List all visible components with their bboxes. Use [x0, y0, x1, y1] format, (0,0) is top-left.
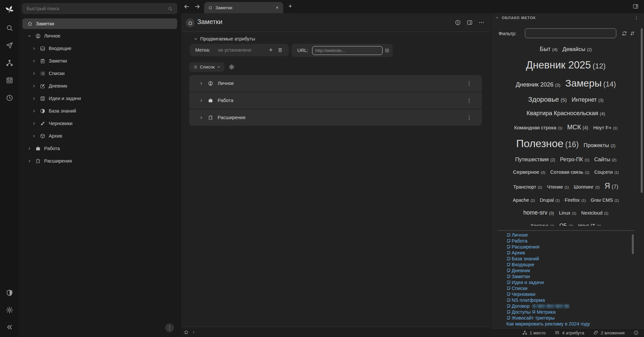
tag-Чтение[interactable]: Чтение(1) [547, 184, 569, 190]
tag-Ноут (Т[interactable]: Ноут (Т(1) [578, 223, 601, 226]
tree-item-База знаний[interactable]: База знаний [19, 105, 181, 117]
status-2 вложения[interactable]: 2 вложения [593, 330, 625, 335]
backlink-NS платформа[interactable]: NS платформа [506, 297, 634, 303]
note-icon-button[interactable] [186, 18, 195, 27]
recent-changes-icon[interactable] [6, 59, 13, 67]
tab-notes[interactable]: Заметки × [204, 2, 283, 13]
backlink-Черновики[interactable]: Черновики [506, 291, 634, 297]
tag-Полезное[interactable]: Полезное(16) [516, 138, 579, 150]
tag-Дневник 2026[interactable]: Дневник 2026(3) [516, 81, 560, 88]
tree-item-Расширения[interactable]: Расширения [19, 155, 181, 167]
chevron-right-icon[interactable] [199, 81, 203, 86]
tag-Серверное[interactable]: Серверное(2) [513, 169, 545, 175]
chevron-right-icon[interactable] [27, 146, 32, 151]
tag-Девайсы[interactable]: Девайсы(2) [562, 46, 592, 53]
label-field-value[interactable]: не установлено [218, 47, 269, 53]
tag-Квартира Красносельская[interactable]: Квартира Красносельская(4) [526, 110, 605, 117]
tag-Linux[interactable]: Linux(1) [559, 210, 576, 216]
split-view-icon[interactable] [467, 19, 473, 26]
new-tab-button[interactable]: + [288, 3, 292, 10]
backlink-Договор[interactable]: Договор [506, 303, 634, 309]
tag-Прожекты[interactable]: Прожекты(2) [584, 142, 616, 148]
tag-Nextcloud[interactable]: Nextcloud(1) [581, 210, 608, 216]
tag-Быт[interactable]: Быт(4) [540, 46, 557, 53]
tag-Drupal[interactable]: Drupal(1) [540, 197, 559, 203]
tree-item-root-selected[interactable]: Заметки [22, 18, 177, 29]
back-arrow-icon[interactable] [184, 4, 190, 10]
search-icon[interactable] [6, 24, 13, 32]
open-external-icon[interactable] [385, 48, 389, 53]
settings-gear-icon[interactable] [6, 306, 13, 314]
help-icon[interactable] [455, 19, 461, 26]
chevron-down-icon[interactable] [27, 34, 32, 38]
tree-item-Архив[interactable]: Архив [19, 130, 181, 142]
tag-cloud-scrollbar[interactable] [641, 28, 643, 193]
backlink-Архив[interactable]: Архив [506, 250, 634, 256]
quick-search-input[interactable]: Быстрый поиск [22, 3, 177, 14]
jump-to-note-icon[interactable] [6, 41, 13, 49]
backlink-list-scrollbar[interactable] [632, 234, 634, 254]
home-icon[interactable] [184, 330, 189, 335]
tag-Соцсети[interactable]: Соцсети(1) [594, 169, 619, 175]
add-attribute-button[interactable]: + [269, 46, 273, 54]
tag-Командная строка[interactable]: Командная строка(1) [514, 125, 562, 130]
tag-МСК[interactable]: МСК(4) [567, 123, 588, 131]
tab-close-icon[interactable]: × [275, 5, 279, 10]
tree-item-Черновики[interactable]: Черновики [19, 117, 181, 130]
chevron-right-icon[interactable] [27, 159, 32, 163]
tag-Транспорт[interactable]: Транспорт(1) [513, 184, 542, 190]
tag-Ретро-ПК[interactable]: Ретро-ПК(1) [560, 157, 589, 163]
tag-home-srv[interactable]: home-srv(3) [523, 209, 554, 216]
tag-Шоппинг[interactable]: Шоппинг(2) [574, 184, 600, 190]
chevron-right-icon[interactable] [32, 71, 36, 76]
status-1 место[interactable]: 1 место [522, 330, 546, 335]
tree-item-Дневник[interactable]: Дневник [19, 80, 181, 92]
more-options-icon[interactable] [478, 19, 485, 26]
chevron-right-icon[interactable] [32, 96, 36, 101]
tag-filter-input[interactable] [525, 28, 616, 38]
tree-item-Работа[interactable]: Работа [19, 142, 181, 155]
chevron-right-icon[interactable] [32, 121, 36, 126]
chevron-right-icon[interactable] [32, 109, 36, 113]
child-note-menu-icon[interactable]: ⋮ [465, 96, 473, 105]
tag-cloud-header-toggle[interactable]: ОБЛАКО МЕТОК [495, 16, 536, 20]
tag-cloud-menu-icon[interactable]: ⋮ [633, 14, 640, 21]
tag-Firefox[interactable]: Firefox(1) [565, 197, 586, 203]
backlink-База знаний[interactable]: База знаний [506, 256, 634, 262]
backlink-Дневник[interactable]: Дневник [506, 268, 634, 273]
tag-Хостинг[interactable]: Хостинг(1) [530, 223, 554, 226]
tree-item-Идеи и задачи[interactable]: Идеи и задачи [19, 92, 181, 105]
status-4 атрибута[interactable]: 4 атрибута [554, 330, 584, 335]
view-switcher-button[interactable]: Список [189, 62, 224, 72]
chevron-right-icon[interactable] [32, 84, 36, 88]
calendar-icon[interactable] [6, 76, 13, 84]
protected-session-icon[interactable] [6, 289, 13, 297]
tag-Ноут F+[interactable]: Ноут F+(1) [593, 125, 618, 130]
sort-icon[interactable] [630, 31, 635, 36]
child-note-menu-icon[interactable]: ⋮ [465, 79, 473, 88]
tree-item-Входящие[interactable]: Входящие [19, 42, 181, 55]
chevron-right-icon[interactable] [32, 134, 36, 138]
url-input[interactable] [312, 46, 382, 55]
backlink-Списки[interactable]: Списки [506, 285, 634, 291]
chevron-right-icon[interactable] [32, 59, 36, 63]
collapse-sidebar-icon[interactable] [6, 323, 13, 331]
trilium-logo[interactable] [5, 5, 14, 14]
info-icon[interactable] [633, 330, 639, 335]
search-icon[interactable] [168, 6, 173, 11]
trash-icon[interactable] [278, 47, 283, 53]
tree-item-Личное[interactable]: Личное [19, 30, 181, 42]
tree-more-button[interactable]: ⋮ [165, 324, 174, 332]
promoted-attributes-toggle[interactable]: Продвигаемые атрибуты [194, 36, 255, 41]
tree-item-Списки[interactable]: Списки [19, 67, 181, 80]
backlink-Доступы Я Метрика[interactable]: Доступы Я Метрика [506, 309, 634, 315]
tag-ОБ[interactable]: ОБ(3) [559, 223, 573, 226]
tag-Замеры[interactable]: Замеры(14) [565, 78, 616, 89]
chevron-right-icon[interactable] [199, 116, 203, 120]
tag-Apache[interactable]: Apache(1) [513, 197, 535, 203]
backlink-Работа[interactable]: Работа [506, 238, 634, 244]
tag-Grav CMS[interactable]: Grav CMS(1) [591, 197, 619, 203]
backlink-Идеи и задачи[interactable]: Идеи и задачи [506, 279, 634, 285]
chevron-right-icon[interactable] [32, 46, 36, 51]
child-note-Расширения[interactable]: Расширения⋮ [189, 109, 482, 126]
